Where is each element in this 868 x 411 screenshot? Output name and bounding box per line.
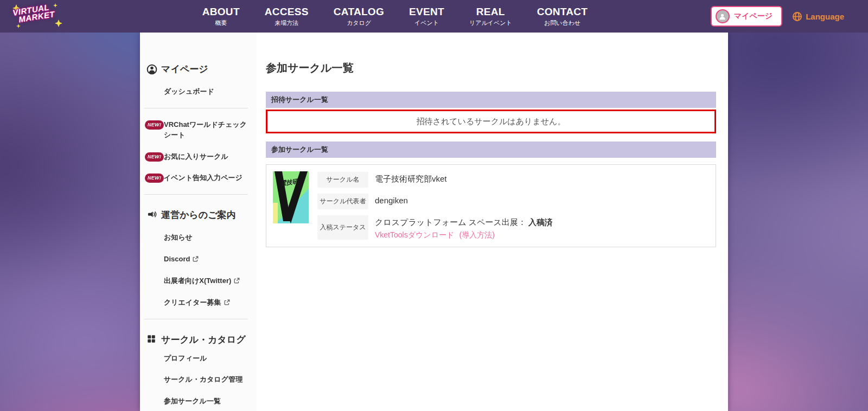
- submission-status-value: クロスプラットフォーム スペース出展： 入稿済 VketToolsダウンロード …: [375, 215, 553, 240]
- nav-item-catalog[interactable]: CATALOG カタログ: [334, 6, 384, 27]
- circle-logo: 電技研: [273, 171, 309, 223]
- grid-icon: [146, 334, 157, 345]
- status-line: クロスプラットフォーム スペース出展： 入稿済: [375, 217, 553, 228]
- sidebar-item-dashboard[interactable]: ダッシュボード: [143, 87, 252, 97]
- status-links: VketToolsダウンロード (導入方法): [375, 230, 553, 240]
- sidebar-item-joined-circles[interactable]: 参加サークル一覧: [143, 396, 252, 407]
- new-badge: NEW!: [145, 152, 164, 162]
- joined-section-header: 参加サークル一覧: [266, 142, 716, 158]
- main-nav: ABOUT 概要 ACCESS 来場方法 CATALOG カタログ EVENT …: [202, 0, 588, 33]
- user-icon: [146, 64, 157, 75]
- mypage-button[interactable]: マイページ: [711, 6, 782, 27]
- circle-name-label: サークル名: [317, 172, 368, 188]
- sidebar-heading-mypage: マイページ: [146, 63, 252, 75]
- external-link-icon: [234, 277, 240, 282]
- circle-name-row: サークル名 電子技術研究部vket: [317, 172, 709, 188]
- external-link-icon: [193, 255, 199, 261]
- invited-empty-alert: 招待されているサークルはありません。: [266, 110, 716, 133]
- circle-owner-label: サークル代表者: [317, 194, 368, 209]
- sidebar-item-profile[interactable]: プロフィール: [143, 354, 252, 364]
- vket-logo[interactable]: VIRTUALMARKET: [9, 1, 65, 31]
- sidebar-item-vrchat-world-check-sheet[interactable]: NEW! VRChatワールドチェックシート: [143, 120, 252, 140]
- submission-status-label: 入稿ステータス: [317, 215, 368, 240]
- main-content: 参加サークル一覧 招待サークル一覧 招待されているサークルはありません。 参加サ…: [257, 33, 728, 411]
- circle-card: 電技研 サークル名 電子技術研究部vket サークル代表者 dengiken 入…: [266, 164, 716, 247]
- sidebar-heading-circle-catalog: サークル・カタログ: [146, 333, 252, 346]
- sidebar-divider: [144, 108, 248, 108]
- sidebar-heading-information: 運営からのご案内: [146, 209, 252, 221]
- globe-icon: [792, 11, 802, 22]
- circle-name-value: 電子技術研究部vket: [375, 172, 447, 184]
- content-panel: マイページ ダッシュボード NEW! VRChatワールドチェックシート NEW…: [140, 33, 728, 411]
- sidebar-item-news[interactable]: お知らせ: [143, 233, 252, 243]
- sidebar: マイページ ダッシュボード NEW! VRChatワールドチェックシート NEW…: [140, 33, 257, 411]
- new-badge: NEW!: [145, 174, 164, 183]
- circle-owner-value: dengiken: [375, 194, 408, 205]
- status-badge: 入稿済: [528, 217, 553, 227]
- submission-status-row: 入稿ステータス クロスプラットフォーム スペース出展： 入稿済 VketTool…: [317, 215, 709, 240]
- sidebar-item-exhibitor-x-twitter[interactable]: 出展者向けX(Twitter): [143, 276, 252, 286]
- nav-item-access[interactable]: ACCESS 来場方法: [265, 6, 309, 27]
- nav-item-real[interactable]: REAL リアルイベント: [469, 6, 512, 27]
- new-badge: NEW!: [145, 120, 164, 130]
- nav-item-contact[interactable]: CONTACT お問い合わせ: [537, 6, 588, 27]
- external-link-icon: [224, 298, 230, 304]
- nav-item-about[interactable]: ABOUT 概要: [202, 6, 240, 27]
- sidebar-divider: [144, 194, 248, 195]
- install-guide-link[interactable]: (導入方法): [459, 230, 495, 239]
- language-label: Language: [806, 12, 844, 21]
- page-title: 参加サークル一覧: [266, 61, 716, 75]
- circle-owner-row: サークル代表者 dengiken: [317, 194, 709, 209]
- sidebar-item-event-announcement-entry[interactable]: NEW! イベント告知入力ページ: [143, 173, 252, 183]
- circle-info: サークル名 電子技術研究部vket サークル代表者 dengiken 入稿ステー…: [317, 171, 709, 240]
- sidebar-divider: [144, 319, 248, 319]
- sidebar-item-discord[interactable]: Discord: [143, 254, 252, 265]
- mypage-button-label: マイページ: [734, 11, 773, 21]
- top-header: VIRTUALMARKET ABOUT 概要 ACCESS 来場方法 CATAL…: [0, 0, 868, 33]
- invited-empty-message: 招待されているサークルはありません。: [417, 117, 566, 127]
- vkettools-download-link[interactable]: VketToolsダウンロード: [375, 230, 454, 239]
- sidebar-item-circle-catalog-management[interactable]: サークル・カタログ管理: [143, 375, 252, 385]
- header-right-controls: マイページ Language: [711, 6, 844, 27]
- invited-section-header: 招待サークル一覧: [266, 92, 716, 108]
- avatar-icon: [716, 9, 730, 23]
- nav-item-event[interactable]: EVENT イベント: [409, 6, 444, 27]
- sidebar-item-creator-recruitment[interactable]: クリエイター募集: [143, 298, 252, 308]
- sidebar-item-favorite-circles[interactable]: NEW! お気に入りサークル: [143, 152, 252, 162]
- megaphone-icon: [146, 210, 157, 221]
- language-button[interactable]: Language: [792, 11, 844, 22]
